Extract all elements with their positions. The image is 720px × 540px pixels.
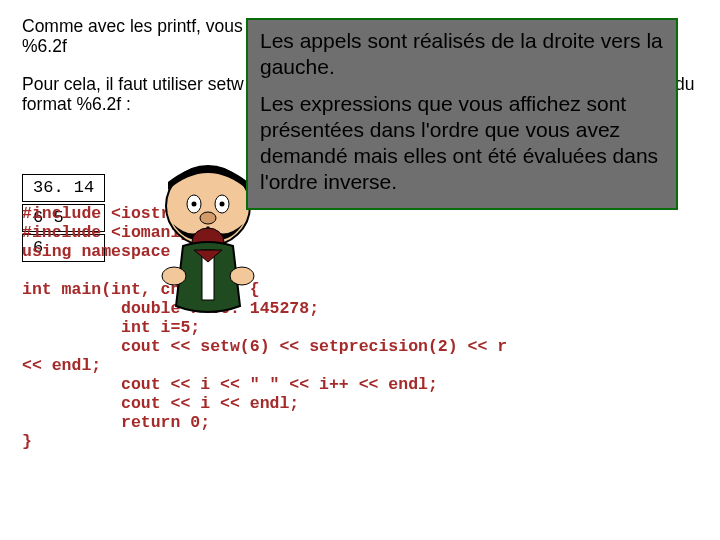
- explanation-tooltip: Les appels sont réalisés de la droite ve…: [246, 18, 678, 210]
- output-box-1: 36. 14: [22, 174, 105, 202]
- code-line: }: [22, 432, 32, 451]
- code-line: return 0;: [22, 413, 210, 432]
- code-line: cout << setw(6) << setprecision(2) << r: [22, 337, 507, 356]
- code-listing: #include <iostream> #include <iomanip> u…: [22, 205, 700, 452]
- code-line: cout << i << " " << i++ << endl;: [22, 375, 438, 394]
- svg-point-4: [220, 202, 225, 207]
- tooltip-line-1: Les appels sont réalisés de la droite ve…: [260, 28, 664, 81]
- svg-point-9: [230, 267, 254, 285]
- svg-point-3: [192, 202, 197, 207]
- code-line: << endl;: [22, 356, 101, 375]
- tooltip-line-2: Les expressions que vous affichez sont p…: [260, 91, 664, 196]
- svg-point-8: [162, 267, 186, 285]
- svg-point-5: [200, 212, 216, 224]
- code-line: cout << i << endl;: [22, 394, 299, 413]
